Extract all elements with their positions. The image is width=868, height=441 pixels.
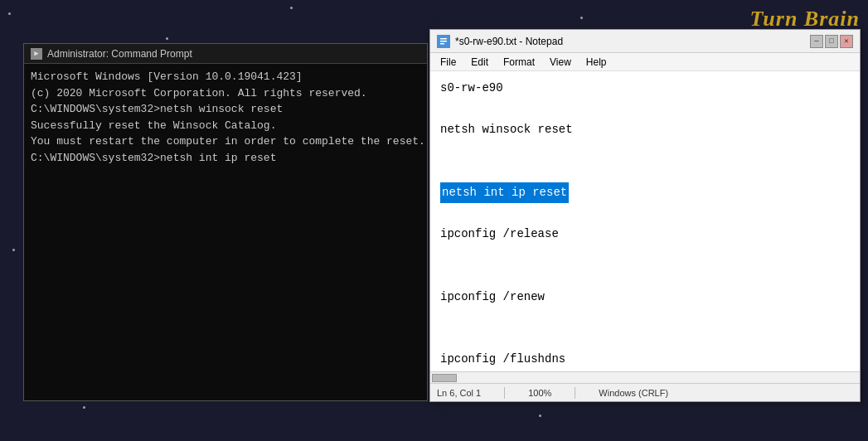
menu-edit[interactable]: Edit <box>464 55 495 70</box>
minimize-button[interactable]: ─ <box>810 35 823 48</box>
notepad-body[interactable]: s0-rw-e90 netsh winsock reset netsh int … <box>430 71 860 371</box>
status-divider <box>504 387 505 399</box>
notepad-statusbar: Ln 6, Col 1 100% Windows (CRLF) <box>430 383 860 401</box>
close-button[interactable]: ✕ <box>840 35 853 48</box>
menu-format[interactable]: Format <box>497 55 541 70</box>
cmd-title: Administrator: Command Prompt <box>47 48 192 60</box>
cmd-body: Microsoft Windows [Version 10.0.19041.42… <box>24 64 427 400</box>
svg-rect-2 <box>440 41 447 42</box>
star-decoration <box>290 7 293 9</box>
svg-rect-3 <box>440 43 444 45</box>
menu-file[interactable]: File <box>434 55 463 70</box>
star-decoration <box>8 12 11 15</box>
notepad-line-5-highlighted: netsh int ip reset <box>440 182 569 203</box>
notepad-menubar: File Edit Format View Help <box>430 53 860 71</box>
status-position: Ln 6, Col 1 <box>437 388 481 398</box>
cmd-line: Microsoft Windows [Version 10.0.19041.42… <box>31 69 420 85</box>
cmd-icon: ▶ <box>31 48 42 60</box>
star-decoration <box>12 249 15 251</box>
notepad-line-1: s0-rw-e90 <box>440 78 850 99</box>
watermark: Turn Brain <box>749 7 860 32</box>
cmd-line: Sucessfully reset the Winsock Catalog. <box>31 118 420 134</box>
status-zoom: 100% <box>528 388 551 398</box>
notepad-line-11: ipconfig /flushdns <box>440 349 850 370</box>
status-encoding: Windows (CRLF) <box>599 388 668 398</box>
scrollbar-thumb[interactable] <box>432 374 457 382</box>
notepad-window: *s0-rw-e90.txt - Notepad ─ □ ✕ File Edit… <box>429 29 861 402</box>
menu-help[interactable]: Help <box>579 55 613 70</box>
menu-view[interactable]: View <box>543 55 578 70</box>
star-decoration <box>83 406 85 409</box>
star-decoration <box>539 414 541 417</box>
notepad-horizontal-scrollbar[interactable] <box>430 371 860 383</box>
notepad-titlebar: *s0-rw-e90.txt - Notepad ─ □ ✕ <box>430 30 860 53</box>
star-decoration <box>166 37 168 40</box>
cmd-line: C:\WINDOWS\system32>netsh int ip reset <box>31 150 420 167</box>
notepad-line-3: netsh winsock reset <box>440 119 850 140</box>
cmd-window: ▶ Administrator: Command Prompt Microsof… <box>23 43 428 401</box>
notepad-icon <box>437 35 450 48</box>
cmd-line: C:\WINDOWS\system32>netsh winsock reset <box>31 101 420 118</box>
notepad-line-9: ipconfig /renew <box>440 287 850 308</box>
notepad-window-controls: ─ □ ✕ <box>810 35 853 48</box>
cmd-line: You must restart the computer in order t… <box>31 133 420 150</box>
maximize-button[interactable]: □ <box>825 35 838 48</box>
svg-rect-1 <box>440 38 447 40</box>
star-decoration <box>580 17 583 19</box>
status-divider-2 <box>575 387 575 399</box>
notepad-title: *s0-rw-e90.txt - Notepad <box>455 36 805 47</box>
cmd-titlebar: ▶ Administrator: Command Prompt <box>24 44 427 64</box>
notepad-line-7: ipconfig /release <box>440 224 850 245</box>
cmd-line: (c) 2020 Microsoft Corporation. All righ… <box>31 85 420 102</box>
